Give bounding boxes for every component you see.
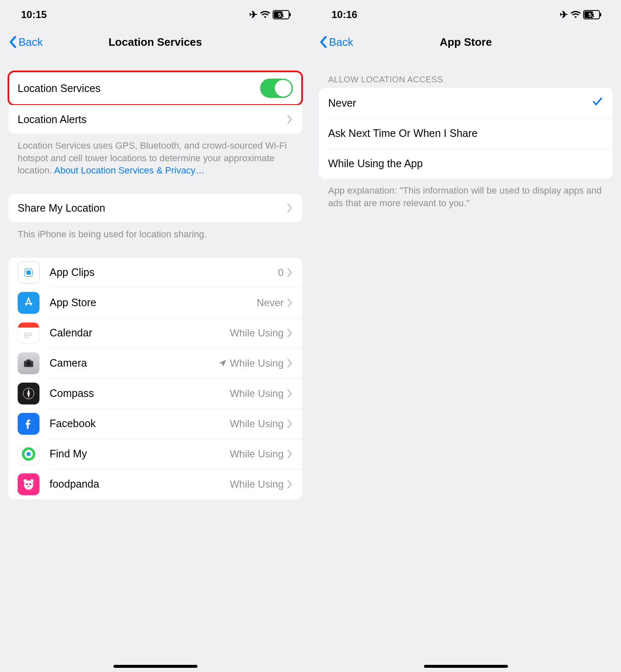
location-option-never[interactable]: Never <box>319 88 613 118</box>
chevron-right-icon <box>287 328 293 338</box>
location-services-toggle-section: Location Services <box>8 71 302 105</box>
app-icon <box>18 352 39 374</box>
share-my-location-row[interactable]: Share My Location <box>8 194 302 222</box>
app-row-find-my[interactable]: Find MyWhile Using <box>8 439 302 469</box>
svg-point-12 <box>24 337 25 338</box>
app-name: foodpanda <box>50 478 230 490</box>
svg-point-8 <box>26 335 27 336</box>
wifi-icon <box>260 10 270 19</box>
svg-point-21 <box>26 452 31 456</box>
app-permission-value: While Using <box>230 448 284 460</box>
toggle-label: Location Services <box>18 82 260 94</box>
chevron-right-icon <box>287 115 293 124</box>
chevron-right-icon <box>287 203 293 213</box>
option-label: While Using the App <box>328 158 603 170</box>
share-location-description: This iPhone is being used for location s… <box>8 222 302 241</box>
svg-point-3 <box>26 333 27 333</box>
back-label: Back <box>18 36 43 49</box>
home-indicator[interactable] <box>113 665 197 668</box>
app-permission-value: While Using <box>230 357 284 369</box>
app-row-calendar[interactable]: CalendarWhile Using <box>8 318 302 348</box>
svg-point-25 <box>26 483 28 485</box>
svg-rect-17 <box>26 360 31 362</box>
app-name: Camera <box>50 357 218 369</box>
svg-point-23 <box>24 479 27 483</box>
app-name: Facebook <box>50 417 230 430</box>
app-icon <box>18 443 39 465</box>
chevron-right-icon <box>287 359 293 368</box>
svg-point-27 <box>28 486 29 487</box>
location-arrow-icon <box>218 359 227 368</box>
back-button[interactable]: Back <box>319 36 353 49</box>
airplane-icon: ✈ <box>249 9 258 21</box>
app-permission-value: Never <box>257 297 284 309</box>
row-label: Location Alerts <box>18 113 287 126</box>
app-name: App Store <box>50 297 257 309</box>
row-label: Share My Location <box>18 202 287 214</box>
svg-point-9 <box>28 335 29 336</box>
location-option-ask-next-time-or-when-i-share[interactable]: Ask Next Time Or When I Share <box>319 118 613 148</box>
location-alerts-section: Location Alerts <box>8 105 302 134</box>
svg-point-26 <box>29 483 32 485</box>
app-row-compass[interactable]: CompassWhile Using <box>8 378 302 409</box>
svg-point-7 <box>24 335 25 336</box>
location-option-while-using-the-app[interactable]: While Using the App <box>319 148 613 178</box>
nav-header: Back Location Services <box>8 29 302 55</box>
airplane-icon: ✈ <box>560 9 568 21</box>
svg-point-6 <box>31 333 32 333</box>
chevron-right-icon <box>287 449 293 459</box>
app-permission-value: While Using <box>230 327 284 339</box>
check-icon <box>592 96 603 110</box>
screen-location-services: 10:15 ✈ 51 Back Location Services Locati… <box>0 0 310 672</box>
chevron-left-icon <box>8 36 17 48</box>
nav-header: Back App Store <box>319 29 613 55</box>
app-icon <box>18 383 39 404</box>
status-time: 10:16 <box>332 9 357 21</box>
app-name: App Clips <box>50 266 278 278</box>
location-access-options: NeverAsk Next Time Or When I ShareWhile … <box>319 88 613 178</box>
app-name: Calendar <box>50 327 230 339</box>
battery-icon: 51 <box>583 10 600 19</box>
app-icon <box>18 322 39 344</box>
app-icon <box>18 473 39 495</box>
app-row-app-clips[interactable]: App Clips0 <box>8 257 302 288</box>
share-location-section: Share My Location <box>8 194 302 222</box>
svg-point-11 <box>31 335 32 336</box>
app-icon <box>18 262 39 284</box>
toggle-switch[interactable] <box>260 79 293 98</box>
location-services-toggle-row[interactable]: Location Services <box>8 71 302 105</box>
status-time: 10:15 <box>21 9 47 21</box>
option-label: Never <box>328 97 592 109</box>
home-indicator[interactable] <box>424 665 508 668</box>
status-icons: ✈ 51 <box>249 9 289 21</box>
page-title: Location Services <box>108 36 202 49</box>
app-name: Compass <box>50 387 230 399</box>
svg-point-2 <box>24 333 25 333</box>
chevron-left-icon <box>319 36 327 48</box>
chevron-right-icon <box>287 419 293 428</box>
option-label: Ask Next Time Or When I Share <box>328 127 603 139</box>
privacy-link[interactable]: About Location Services & Privacy… <box>54 165 205 176</box>
app-row-facebook[interactable]: FacebookWhile Using <box>8 409 302 439</box>
svg-rect-1 <box>26 270 31 275</box>
svg-point-14 <box>28 337 29 338</box>
battery-icon: 51 <box>273 10 289 19</box>
app-name: Find My <box>50 448 230 460</box>
app-permission-value: While Using <box>230 388 284 399</box>
back-button[interactable]: Back <box>8 36 43 49</box>
app-list-section: App Clips0App StoreNeverCalendarWhile Us… <box>8 257 302 499</box>
location-alerts-row[interactable]: Location Alerts <box>8 105 302 134</box>
app-icon <box>18 413 39 435</box>
chevron-right-icon <box>287 389 293 398</box>
app-icon <box>18 292 39 314</box>
app-row-camera[interactable]: CameraWhile Using <box>8 348 302 378</box>
wifi-icon <box>571 10 581 19</box>
app-row-app-store[interactable]: App StoreNever <box>8 288 302 318</box>
chevron-right-icon <box>287 298 293 307</box>
app-permission-value: 0 <box>278 267 284 278</box>
status-icons: ✈ 51 <box>560 9 600 21</box>
status-bar: 10:15 ✈ 51 <box>8 0 302 29</box>
svg-point-24 <box>30 479 34 483</box>
location-services-description: Location Services uses GPS, Bluetooth, a… <box>8 134 302 177</box>
app-row-foodpanda[interactable]: foodpandaWhile Using <box>8 469 302 499</box>
